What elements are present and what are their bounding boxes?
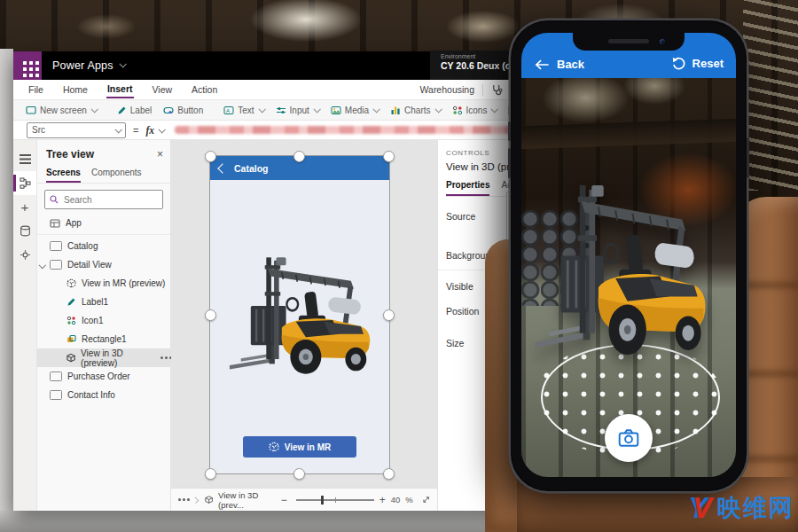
tree-item-rectangle1[interactable]: Rectangle1 (37, 330, 170, 348)
label-icon (66, 297, 76, 307)
tree-view-panel: Tree view × Screens Components App (37, 140, 171, 511)
resize-handle-s[interactable] (293, 468, 305, 480)
menu-insert[interactable]: Insert (106, 81, 134, 98)
screen-icon (50, 241, 62, 251)
chevron-expand-icon[interactable] (39, 262, 46, 269)
breadcrumb-selected-control[interactable]: View in 3D (prev... (218, 490, 276, 510)
camera-icon (617, 427, 640, 449)
property-selector[interactable]: Src (27, 122, 126, 138)
zoom-slider-thumb[interactable] (321, 496, 324, 505)
resize-handle-w[interactable] (205, 309, 216, 321)
back-arrow-icon (535, 59, 550, 71)
insert-rail-icon[interactable]: + (13, 195, 36, 219)
screen-icon (50, 260, 62, 270)
watermark-text: 映维网 (717, 492, 794, 524)
desk-edge-left (0, 49, 13, 532)
view-in-mr-button[interactable]: View in MR (243, 436, 356, 458)
svg-text:A: A (226, 107, 230, 113)
tree-item-contact-info[interactable]: Contact Info (37, 386, 170, 404)
tab-properties[interactable]: Properties (446, 180, 489, 196)
data-rail-icon[interactable] (13, 219, 36, 243)
screenshot-root: Power Apps Environment CY 20.6 Deux (org… (0, 0, 798, 532)
app-checker-icon[interactable] (491, 84, 503, 96)
icon-control-icon (66, 316, 76, 325)
waffle-menu-icon[interactable] (13, 51, 42, 80)
tree-search[interactable] (44, 190, 163, 209)
item-options-icon[interactable] (160, 356, 163, 359)
advanced-tools-rail-icon[interactable] (13, 243, 36, 267)
expand-canvas-icon[interactable] (422, 495, 430, 505)
zoom-percent-value: 40 (391, 495, 401, 505)
menu-view[interactable]: View (152, 82, 174, 98)
back-chevron-icon[interactable] (217, 163, 227, 173)
zoom-slider[interactable] (296, 495, 374, 505)
mr-cube-icon (66, 278, 76, 288)
app-brand: Power Apps (52, 59, 113, 72)
resize-handle-n[interactable] (293, 151, 305, 162)
screen-title: Catalog (234, 163, 269, 174)
insert-ribbon: New screen Label Button A Text Input (13, 100, 556, 121)
text-icon: A (223, 106, 234, 115)
ribbon-icons[interactable]: Icons (452, 106, 497, 115)
camera-capture-button[interactable] (605, 414, 653, 462)
resize-handle-nw[interactable] (205, 151, 216, 162)
hamburger-menu-icon[interactable] (13, 147, 36, 171)
icons-icon (452, 106, 463, 115)
tree-item-detail-view[interactable]: Detail View (37, 255, 170, 274)
ribbon-label[interactable]: Label (117, 106, 152, 115)
formula-value-blurred[interactable] (175, 126, 544, 134)
tree-item-view-in-mr[interactable]: View in MR (preview) (37, 274, 170, 293)
canvas-area: Catalog View in MR (171, 140, 437, 511)
tree-item-label1[interactable]: Label1 (37, 293, 170, 311)
factory-window-lights (743, 0, 798, 191)
resize-handle-sw[interactable] (205, 468, 216, 480)
ar-camera-view (521, 78, 736, 477)
search-input[interactable] (62, 194, 158, 206)
ribbon-button[interactable]: Button (163, 106, 203, 115)
front-camera-icon (660, 39, 665, 44)
new-screen-icon (26, 106, 36, 115)
forklift-3d-object[interactable] (223, 246, 378, 379)
breadcrumb-ellipsis-icon[interactable] (178, 498, 181, 501)
ribbon-text[interactable]: A Text (223, 106, 263, 115)
menu-home[interactable]: Home (62, 82, 89, 98)
tree-item-catalog[interactable]: Catalog (37, 237, 170, 255)
tree-view-rail-icon[interactable] (13, 171, 36, 195)
ribbon-media[interactable]: Media (331, 106, 379, 115)
tree-item-icon1[interactable]: Icon1 (37, 311, 170, 330)
rectangle-icon (66, 334, 76, 344)
tree-item-app[interactable]: App (37, 214, 170, 232)
phone-mockup: Back Reset (512, 22, 745, 489)
tab-components[interactable]: Components (91, 168, 142, 183)
tree-item-view-in-3d[interactable]: View in 3D (preview) (37, 348, 170, 367)
reset-button[interactable]: Reset (671, 56, 724, 71)
menu-file[interactable]: File (27, 82, 44, 98)
mr-cube-icon (269, 442, 279, 452)
ribbon-new-screen[interactable]: New screen (26, 106, 97, 115)
title-bar: Power Apps Environment CY 20.6 Deux (org… (13, 51, 556, 80)
zoom-in-icon[interactable]: + (379, 494, 386, 506)
cube-3d-icon (66, 353, 75, 363)
app-screen-preview[interactable]: Catalog View in MR (209, 155, 390, 474)
resize-handle-ne[interactable] (383, 151, 395, 162)
watermark-logo-v: V (692, 491, 712, 525)
resize-handle-e[interactable] (383, 309, 395, 321)
forklift-ar-model[interactable] (527, 169, 715, 363)
divider (482, 84, 483, 96)
resize-handle-se[interactable] (383, 468, 395, 480)
volume-up-button (508, 121, 511, 141)
ribbon-input[interactable]: Input (276, 106, 319, 115)
input-icon (276, 106, 286, 115)
menu-action[interactable]: Action (191, 82, 218, 98)
close-icon[interactable]: × (157, 149, 163, 160)
left-rail: + (13, 140, 37, 511)
fx-selector[interactable]: fx (145, 125, 164, 136)
zoom-out-icon[interactable]: − (281, 494, 287, 506)
tab-screens[interactable]: Screens (46, 168, 81, 183)
back-button[interactable]: Back (535, 58, 584, 71)
canvas-status-bar: View in 3D (prev... − + 40 % (171, 488, 437, 511)
chevron-down-icon[interactable] (119, 60, 126, 67)
power-button (747, 137, 749, 178)
tree-item-purchase-order[interactable]: Purchase Order (37, 367, 170, 386)
ribbon-charts[interactable]: Charts (390, 106, 440, 115)
